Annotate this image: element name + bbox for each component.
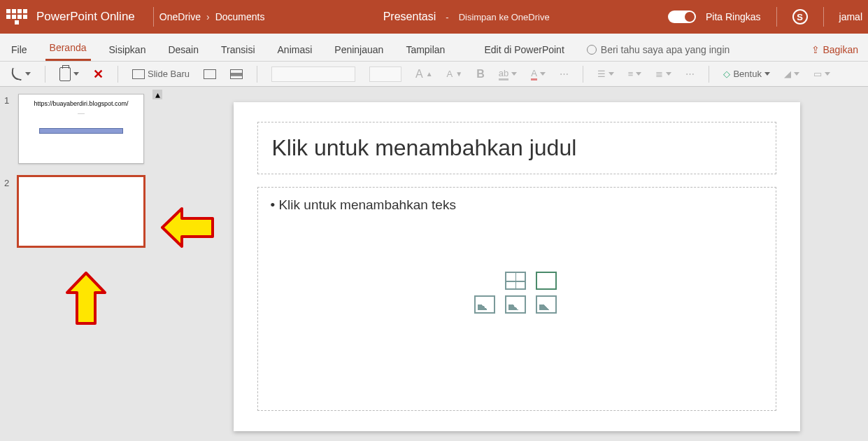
svg-marker-1 <box>67 273 105 323</box>
shape-outline-button[interactable]: ▭ <box>809 66 834 82</box>
section-button[interactable] <box>226 66 247 82</box>
share-button[interactable]: ⇪ Bagikan <box>809 38 861 61</box>
chevron-down-icon <box>764 72 770 76</box>
user-name[interactable]: jamal <box>839 11 862 22</box>
app-launcher-icon[interactable] <box>6 6 28 28</box>
slide-thumbnail-1[interactable]: https://buayaberdiri.blogspot.com/ —— <box>18 94 144 164</box>
chevron-right-icon: › <box>206 11 210 22</box>
font-combobox[interactable] <box>271 66 355 82</box>
tab-edit-powerpoint[interactable]: Edit di PowerPoint <box>480 38 568 61</box>
chevron-down-icon <box>825 72 830 76</box>
slide-panel[interactable]: ▴ 1 https://buayaberdiri.blogspot.com/ —… <box>0 87 165 441</box>
header-right: Pita Ringkas S jamal <box>668 7 862 27</box>
layout-icon <box>204 69 216 79</box>
slide-number: 2 <box>4 176 14 188</box>
font-color-button[interactable]: A <box>527 65 550 83</box>
chevron-down-icon <box>636 72 641 76</box>
tab-transition[interactable]: Transisi <box>217 38 259 61</box>
insert-excel-icon[interactable] <box>536 272 557 290</box>
tab-insert[interactable]: Sisipkan <box>105 38 150 61</box>
font-size-select[interactable] <box>365 64 406 85</box>
chevron-down-icon <box>609 72 614 76</box>
highlight-button[interactable]: ab <box>495 65 521 83</box>
tab-view[interactable]: Tampilan <box>401 38 449 61</box>
breadcrumb[interactable]: OneDrive › Documents <box>159 11 265 22</box>
body-placeholder[interactable]: Klik untuk menambahkan teks <box>257 187 776 411</box>
tab-design[interactable]: Desain <box>164 38 203 61</box>
breadcrumb-folder[interactable]: Documents <box>215 11 265 22</box>
skype-icon[interactable]: S <box>792 9 808 24</box>
bold-button[interactable]: B <box>472 65 489 83</box>
divider <box>153 7 154 27</box>
ribbon-toolbar: ✕ Slide Baru A▲ A▼ B ab A ⋯ ☰ ≡ ≣ ⋯ ◇Ben… <box>0 62 868 87</box>
separator <box>118 66 118 83</box>
tab-file[interactable]: File <box>7 38 31 61</box>
delete-button[interactable]: ✕ <box>89 64 108 85</box>
ribbon-tabs: File Beranda Sisipkan Desain Transisi An… <box>0 34 868 62</box>
slide1-shape <box>39 128 123 134</box>
slide-row-1: 1 https://buayaberdiri.blogspot.com/ —— <box>4 94 161 164</box>
tab-home[interactable]: Beranda <box>45 36 91 61</box>
tab-animation[interactable]: Animasi <box>273 38 317 61</box>
bullets-button[interactable]: ☰ <box>593 66 618 82</box>
document-name[interactable]: Presentasi <box>383 10 436 23</box>
lightbulb-icon <box>587 45 597 55</box>
new-slide-button[interactable]: Slide Baru <box>128 66 194 82</box>
tell-me-search[interactable]: Beri tahu saya apa yang ingin <box>583 38 734 61</box>
slide-thumbnail-2[interactable] <box>18 176 144 246</box>
grow-font-button[interactable]: A▲ <box>411 65 437 83</box>
shrink-font-button[interactable]: A▼ <box>443 66 467 82</box>
tell-me-label: Beri tahu saya apa yang ingin <box>601 44 730 55</box>
title-bar: PowerPoint Online OneDrive › Documents P… <box>0 0 868 34</box>
chevron-down-icon <box>540 72 546 76</box>
app-title: PowerPoint Online <box>36 10 135 24</box>
insert-video-icon[interactable] <box>536 295 557 314</box>
separator <box>583 66 583 83</box>
x-icon: ✕ <box>93 66 104 82</box>
breadcrumb-root[interactable]: OneDrive <box>159 11 201 22</box>
ribbon-toggle[interactable] <box>668 10 696 23</box>
shape-fill-button[interactable]: ◢ <box>780 66 804 82</box>
doc-title-area: Presentasi - Disimpan ke OneDrive <box>264 10 668 23</box>
font-select[interactable] <box>267 64 360 85</box>
layout-button[interactable] <box>199 66 220 82</box>
insert-picture-icon[interactable] <box>474 295 495 314</box>
body-placeholder-text: Klik untuk menambahkan teks <box>271 197 763 213</box>
shapes-label: Bentuk <box>733 69 761 79</box>
scroll-up-button[interactable]: ▴ <box>152 90 162 99</box>
undo-button[interactable] <box>7 66 35 83</box>
chevron-down-icon <box>666 72 671 76</box>
chevron-down-icon <box>73 72 79 76</box>
size-combobox[interactable] <box>369 66 401 82</box>
slide1-subtitle: —— <box>78 111 85 115</box>
share-icon: ⇪ <box>811 44 820 55</box>
slide1-url-text: https://buayaberdiri.blogspot.com/ <box>34 100 128 107</box>
align-button[interactable]: ≣ <box>651 66 676 82</box>
tab-review[interactable]: Peninjauan <box>330 38 387 61</box>
section-icon <box>230 69 243 79</box>
paste-button[interactable] <box>55 64 83 84</box>
shapes-button[interactable]: ◇Bentuk <box>719 66 774 82</box>
chevron-down-icon <box>25 72 31 76</box>
insert-online-picture-icon[interactable] <box>505 295 526 314</box>
workspace: ▴ 1 https://buayaberdiri.blogspot.com/ —… <box>0 87 868 441</box>
separator <box>709 66 709 83</box>
dash: - <box>446 12 448 22</box>
slide-number: 1 <box>4 94 14 106</box>
slide-icon <box>132 69 145 79</box>
separator <box>45 66 45 83</box>
slide-canvas-area[interactable]: Klik untuk menambahkan judul Klik untuk … <box>165 87 868 441</box>
title-placeholder[interactable]: Klik untuk menambahkan judul <box>257 122 776 174</box>
new-slide-label: Slide Baru <box>148 69 190 79</box>
para-more-button[interactable]: ⋯ <box>681 66 699 82</box>
numbering-button[interactable]: ≡ <box>624 66 646 82</box>
current-slide[interactable]: Klik untuk menambahkan judul Klik untuk … <box>234 102 800 431</box>
clipboard-icon <box>59 67 71 81</box>
annotation-arrow-up <box>62 272 111 326</box>
insert-table-icon[interactable] <box>505 272 526 290</box>
undo-icon <box>10 67 24 80</box>
divider <box>823 7 824 27</box>
svg-marker-0 <box>162 209 213 246</box>
font-more-button[interactable]: ⋯ <box>555 66 573 82</box>
share-label: Bagikan <box>823 44 858 55</box>
